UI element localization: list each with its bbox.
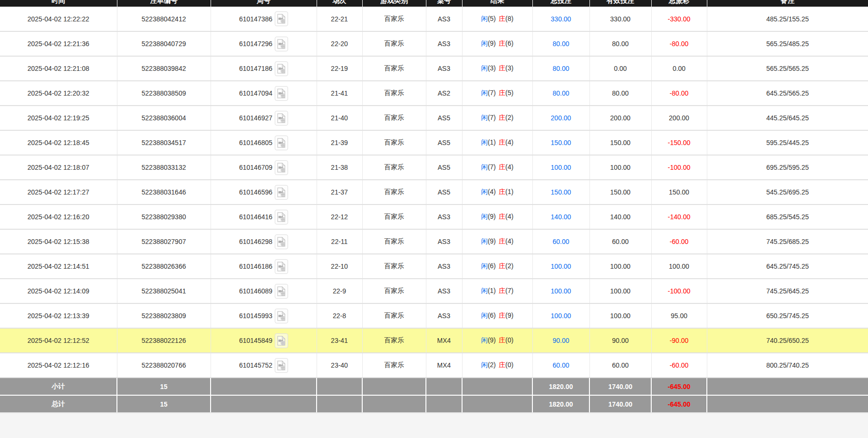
cell-round-number: 610146186 bbox=[211, 254, 317, 279]
cell-game-type: 百家乐 bbox=[362, 279, 426, 303]
cell-payout: 200.00 bbox=[651, 106, 707, 130]
cell-round-number: 610146805 bbox=[211, 130, 317, 155]
cell-total-bet[interactable]: 60.00 bbox=[532, 353, 589, 378]
cell-total-bet[interactable]: 90.00 bbox=[532, 328, 589, 353]
cell-game-type: 百家乐 bbox=[362, 7, 426, 31]
table-row: 2025-04-02 12:15:38 522388027907 6101462… bbox=[0, 229, 868, 254]
banker-label: 庄 bbox=[499, 64, 505, 72]
video-file-icon bbox=[277, 88, 286, 98]
cell-session: 22-10 bbox=[317, 254, 362, 279]
banker-points: (4) bbox=[505, 138, 513, 146]
banker-label: 庄 bbox=[499, 39, 505, 47]
cell-session: 22-21 bbox=[317, 7, 362, 31]
cell-remark: 545.25/695.25 bbox=[707, 180, 868, 204]
total-label: 总计 bbox=[0, 395, 117, 413]
cell-time: 2025-04-02 12:22:22 bbox=[0, 7, 117, 31]
cell-total-bet[interactable]: 80.00 bbox=[532, 31, 589, 56]
cell-table-number: AS3 bbox=[426, 204, 462, 229]
subtotal-total-bet: 1820.00 bbox=[532, 378, 589, 395]
cell-game-type: 百家乐 bbox=[362, 155, 426, 180]
player-points: (4) bbox=[488, 188, 496, 195]
cell-remark: 565.25/485.25 bbox=[707, 31, 868, 56]
round-number: 610146416 bbox=[239, 213, 272, 221]
video-replay-button[interactable] bbox=[275, 333, 288, 348]
cell-total-bet[interactable]: 100.00 bbox=[532, 279, 589, 303]
video-replay-button[interactable] bbox=[275, 309, 288, 323]
player-label: 闲 bbox=[481, 15, 488, 22]
cell-table-number: AS3 bbox=[426, 56, 462, 81]
video-replay-button[interactable] bbox=[275, 160, 288, 175]
video-replay-button[interactable] bbox=[275, 210, 288, 224]
cell-valid-bet: 100.00 bbox=[589, 155, 651, 180]
video-replay-button[interactable] bbox=[275, 37, 288, 51]
total-empty-cell bbox=[707, 395, 868, 413]
cell-total-bet[interactable]: 80.00 bbox=[532, 81, 589, 106]
cell-total-bet[interactable]: 100.00 bbox=[532, 303, 589, 328]
table-row: 2025-04-02 12:16:20 522388029380 6101464… bbox=[0, 204, 868, 229]
cell-total-bet[interactable]: 100.00 bbox=[532, 155, 589, 180]
cell-total-bet[interactable]: 140.00 bbox=[532, 204, 589, 229]
subtotal-payout: -645.00 bbox=[651, 378, 707, 395]
cell-total-bet[interactable]: 150.00 bbox=[532, 180, 589, 204]
cell-bet-number: 522388029380 bbox=[117, 204, 211, 229]
cell-valid-bet: 100.00 bbox=[589, 303, 651, 328]
col-header-label: 注单编号 bbox=[117, 0, 211, 7]
video-replay-button[interactable] bbox=[275, 61, 288, 76]
cell-total-bet[interactable]: 60.00 bbox=[532, 229, 589, 254]
table-row: 2025-04-02 12:21:08 522388039842 6101471… bbox=[0, 56, 868, 81]
banker-label: 庄 bbox=[499, 336, 505, 344]
total-row: 总计 15 1820.00 1740.00 -645.00 bbox=[0, 395, 868, 413]
cell-payout: -90.00 bbox=[651, 328, 707, 353]
video-replay-button[interactable] bbox=[275, 136, 288, 150]
cell-bet-number: 522388042412 bbox=[117, 7, 211, 31]
banker-points: (2) bbox=[505, 114, 513, 121]
cell-time: 2025-04-02 12:14:51 bbox=[0, 254, 117, 279]
cell-remark: 740.25/650.25 bbox=[707, 328, 868, 353]
cell-time: 2025-04-02 12:17:27 bbox=[0, 180, 117, 204]
cell-time: 2025-04-02 12:16:20 bbox=[0, 204, 117, 229]
cell-table-number: MX4 bbox=[426, 353, 462, 378]
cell-time: 2025-04-02 12:15:38 bbox=[0, 229, 117, 254]
round-number: 610147186 bbox=[239, 65, 272, 72]
col-header-result: 结果 bbox=[462, 0, 532, 7]
video-replay-button[interactable] bbox=[275, 234, 288, 249]
video-replay-button[interactable] bbox=[275, 358, 288, 373]
cell-total-bet[interactable]: 330.00 bbox=[532, 7, 589, 31]
banker-label: 庄 bbox=[499, 237, 505, 245]
video-replay-button[interactable] bbox=[275, 11, 288, 26]
video-replay-button[interactable] bbox=[275, 86, 288, 101]
cell-table-number: AS3 bbox=[426, 279, 462, 303]
video-replay-button[interactable] bbox=[275, 284, 288, 299]
table-row: 2025-04-02 12:17:27 522388031646 6101465… bbox=[0, 180, 868, 204]
banker-label: 庄 bbox=[499, 89, 505, 97]
cell-result: 闲(4)庄(1) bbox=[462, 180, 532, 204]
col-header-total-bet: 总投注 bbox=[532, 0, 589, 7]
video-replay-button[interactable] bbox=[275, 259, 288, 274]
cell-payout: 0.00 bbox=[651, 56, 707, 81]
player-points: (9) bbox=[488, 336, 496, 344]
player-points: (7) bbox=[488, 163, 496, 171]
cell-game-type: 百家乐 bbox=[362, 328, 426, 353]
cell-round-number: 610147386 bbox=[211, 7, 317, 31]
banker-label: 庄 bbox=[499, 188, 505, 195]
cell-remark: 645.25/565.25 bbox=[707, 81, 868, 106]
cell-total-bet[interactable]: 100.00 bbox=[532, 254, 589, 279]
banker-points: (5) bbox=[505, 89, 513, 97]
cell-total-bet[interactable]: 80.00 bbox=[532, 56, 589, 81]
player-label: 闲 bbox=[481, 213, 488, 220]
round-number: 610146805 bbox=[239, 139, 272, 146]
player-label: 闲 bbox=[481, 311, 488, 319]
player-points: (2) bbox=[488, 361, 496, 369]
cell-session: 21-40 bbox=[317, 106, 362, 130]
cell-valid-bet: 330.00 bbox=[589, 7, 651, 31]
cell-payout: -80.00 bbox=[651, 31, 707, 56]
cell-table-number: AS5 bbox=[426, 106, 462, 130]
round-number: 610147296 bbox=[239, 40, 272, 48]
cell-total-bet[interactable]: 150.00 bbox=[532, 130, 589, 155]
cell-bet-number: 522388020766 bbox=[117, 353, 211, 378]
video-replay-button[interactable] bbox=[275, 185, 288, 200]
subtotal-empty-cell bbox=[362, 378, 426, 395]
table-row: 2025-04-02 12:21:36 522388040729 6101472… bbox=[0, 31, 868, 56]
cell-total-bet[interactable]: 200.00 bbox=[532, 106, 589, 130]
video-replay-button[interactable] bbox=[275, 111, 288, 126]
